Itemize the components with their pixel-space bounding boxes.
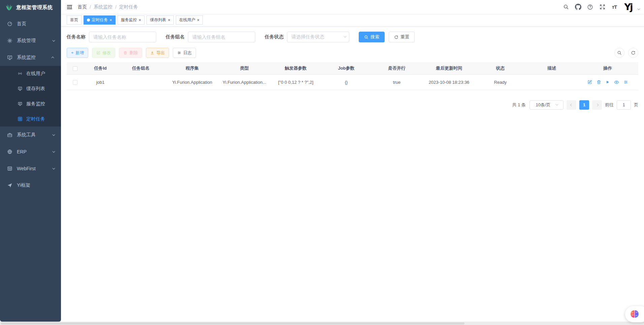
github-icon[interactable] bbox=[573, 2, 583, 12]
table-row[interactable]: job1 Yi.Furion.Application Yi.Furion.App… bbox=[67, 74, 638, 90]
breadcrumb-item[interactable]: 首页 bbox=[77, 4, 87, 10]
tab-label: 在线用户 bbox=[179, 17, 195, 23]
reset-button[interactable]: 重置 bbox=[389, 32, 415, 42]
download-icon bbox=[150, 51, 154, 55]
cell-assembly: Yi.Furion.Application bbox=[164, 74, 220, 90]
tab-online-users[interactable]: 在线用户 × bbox=[176, 15, 203, 25]
close-icon[interactable]: × bbox=[197, 18, 200, 22]
task-name-input[interactable] bbox=[89, 32, 156, 42]
fullscreen-icon[interactable] bbox=[598, 2, 607, 12]
trash-icon bbox=[123, 51, 127, 55]
search-icon[interactable] bbox=[561, 2, 571, 12]
edit-button[interactable]: 修改 bbox=[92, 48, 115, 58]
tab-home[interactable]: 首页 bbox=[67, 15, 82, 25]
avatar[interactable]: Yj bbox=[622, 1, 635, 13]
monitor-icon bbox=[7, 55, 13, 60]
cell-task-id: job1 bbox=[84, 74, 117, 90]
sidebar-item-home[interactable]: 首页 bbox=[0, 15, 61, 32]
export-button[interactable]: 导出 bbox=[146, 48, 169, 58]
add-button-label: 新增 bbox=[75, 50, 84, 56]
timer-icon bbox=[17, 116, 23, 121]
sidebar-item-yi-framework[interactable]: Yi框架 bbox=[0, 177, 61, 194]
sidebar-item-scheduled-tasks[interactable]: 定时任务 bbox=[0, 111, 61, 127]
show-search-button[interactable] bbox=[614, 48, 624, 58]
tab-scheduled-tasks[interactable]: 定时任务 × bbox=[84, 15, 116, 25]
sidebar-item-system-tools[interactable]: 系统工具 bbox=[0, 127, 61, 143]
prev-page-button[interactable] bbox=[567, 100, 576, 110]
col-job-args: Job参数 bbox=[323, 62, 370, 74]
cell-description bbox=[526, 74, 577, 90]
row-run-icon[interactable] bbox=[606, 80, 610, 84]
search-button-label: 搜索 bbox=[371, 34, 379, 40]
scrollbar-thumb[interactable] bbox=[1, 322, 464, 325]
sidebar: 意框架管理系统 首页 系统管理 系统监控 bbox=[0, 0, 61, 322]
sidebar-item-cache-list[interactable]: 缓存列表 bbox=[0, 81, 61, 96]
close-icon[interactable]: × bbox=[109, 18, 112, 22]
sidebar-item-label: 缓存列表 bbox=[26, 86, 45, 92]
log-list-icon bbox=[177, 51, 181, 55]
filter-task-status: 任务状态 请选择任务状态 bbox=[265, 32, 349, 42]
page-size-select[interactable]: 10条/页 bbox=[529, 100, 564, 110]
tags-view-bar: 首页 定时任务 × 服务监控 × 缓存列表 × 在线用户 × bbox=[61, 14, 644, 27]
dashboard-icon bbox=[7, 21, 13, 27]
caret-down-icon[interactable] bbox=[637, 7, 640, 10]
task-status-select[interactable]: 请选择任务状态 bbox=[287, 32, 349, 42]
sidebar-item-system-monitor[interactable]: 系统监控 bbox=[0, 49, 61, 66]
col-task-id: 任务Id bbox=[84, 62, 117, 74]
sidebar-item-label: ERP bbox=[17, 149, 27, 154]
row-view-icon[interactable] bbox=[614, 80, 619, 85]
col-trigger-args: 触发器参数 bbox=[269, 62, 323, 74]
cell-updated: 2023-10-08 18:23:36 bbox=[424, 74, 474, 90]
help-icon[interactable] bbox=[585, 2, 595, 12]
goto-page-input[interactable] bbox=[617, 100, 631, 110]
sidebar-item-online-users[interactable]: 在线用户 bbox=[0, 66, 61, 81]
assistant-pill[interactable] bbox=[625, 306, 644, 322]
col-assembly: 程序集 bbox=[164, 62, 220, 74]
col-description: 描述 bbox=[526, 62, 577, 74]
chevron-left-icon bbox=[570, 103, 573, 106]
next-page-button[interactable] bbox=[592, 100, 602, 110]
sidebar-item-label: Yi框架 bbox=[17, 182, 30, 188]
row-checkbox[interactable] bbox=[73, 80, 77, 85]
page-number-button[interactable]: 1 bbox=[579, 100, 589, 110]
tab-cache-list[interactable]: 缓存列表 × bbox=[147, 15, 174, 25]
delete-button[interactable]: 删除 bbox=[119, 48, 142, 58]
close-icon[interactable]: × bbox=[168, 18, 170, 22]
row-log-icon[interactable] bbox=[623, 80, 628, 84]
log-button[interactable]: 日志 bbox=[173, 48, 196, 58]
edit-icon bbox=[96, 51, 100, 55]
horizontal-scrollbar[interactable] bbox=[0, 322, 644, 325]
search-button[interactable]: 搜索 bbox=[359, 32, 385, 42]
sidebar-item-webfirst[interactable]: WebFirst bbox=[0, 160, 61, 177]
task-name-label: 任务名称 bbox=[67, 34, 86, 40]
col-type: 类型 bbox=[220, 62, 269, 74]
log-button-label: 日志 bbox=[183, 50, 192, 56]
app-logo[interactable]: 意框架管理系统 bbox=[0, 0, 61, 15]
edit-button-label: 修改 bbox=[102, 50, 111, 56]
chevron-down-icon bbox=[555, 103, 558, 105]
tab-label: 定时任务 bbox=[92, 17, 108, 23]
add-button[interactable]: + 新增 bbox=[67, 48, 88, 58]
refresh-table-button[interactable] bbox=[628, 48, 638, 58]
filter-task-name: 任务名称 bbox=[67, 32, 156, 42]
chevron-down-icon bbox=[52, 150, 55, 152]
chevron-down-icon bbox=[52, 133, 55, 136]
goto-label: 前往 bbox=[605, 102, 614, 108]
sidebar-item-system-management[interactable]: 系统管理 bbox=[0, 32, 61, 49]
tab-service-monitor[interactable]: 服务监控 × bbox=[118, 15, 145, 25]
table-header-row: 任务Id 任务组名 程序集 类型 触发器参数 Job参数 是否并行 最后更新时间… bbox=[67, 62, 638, 74]
sidebar-fold-icon[interactable] bbox=[61, 4, 77, 10]
task-group-input[interactable] bbox=[188, 32, 255, 42]
sidebar-item-label: 系统管理 bbox=[17, 38, 36, 44]
table-grid-icon bbox=[7, 166, 13, 171]
chevron-right-icon bbox=[595, 103, 598, 106]
select-all-checkbox[interactable] bbox=[73, 66, 77, 71]
sidebar-item-service-monitor[interactable]: 服务监控 bbox=[0, 96, 61, 111]
sidebar-item-erp[interactable]: ERP bbox=[0, 143, 61, 160]
font-size-icon[interactable]: тT bbox=[610, 2, 619, 12]
close-icon[interactable]: × bbox=[139, 18, 141, 22]
filter-form: 任务名称 任务组名 任务状态 请选择任务状态 搜索 重置 bbox=[67, 32, 638, 42]
row-delete-icon[interactable] bbox=[597, 80, 601, 84]
pagination: 共 1 条 10条/页 1 前往 页 bbox=[67, 100, 638, 110]
row-edit-icon[interactable] bbox=[587, 80, 592, 84]
